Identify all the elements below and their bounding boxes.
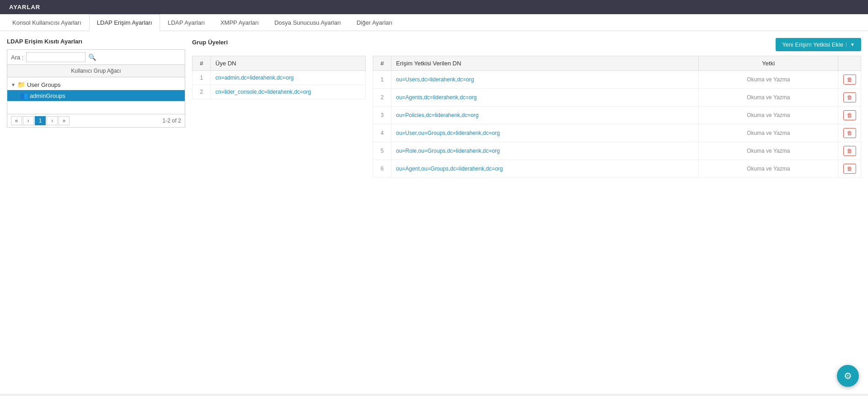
tab-diger[interactable]: Diğer Ayarları — [349, 14, 401, 31]
access-dn: ou=Policies,dc=liderahenk,dc=org — [391, 107, 699, 124]
access-num: 3 — [373, 107, 391, 124]
group-icon: 👥 — [20, 92, 28, 99]
member-num: 2 — [193, 85, 211, 99]
members-table-row: 2 cn=lider_console,dc=liderahenk,dc=org — [193, 85, 366, 99]
access-num: 4 — [373, 124, 391, 142]
access-permission: Okuma ve Yazma — [699, 124, 838, 142]
members-table: # Üye DN 1 cn=admin,dc=liderahenk,dc=org… — [192, 56, 366, 99]
fab-icon: ⚙ — [844, 370, 852, 381]
access-action-cell: 🗑 — [838, 160, 861, 178]
search-input[interactable] — [26, 52, 86, 62]
dropdown-arrow-icon: ▼ — [846, 42, 855, 47]
members-hash-header: # — [193, 56, 211, 71]
pagination-buttons: « ‹ 1 › » — [11, 116, 70, 125]
access-action-cell: 🗑 — [838, 71, 861, 89]
access-table-row: 4 ou=User,ou=Groups,dc=liderahenk,dc=org… — [373, 124, 861, 142]
access-num: 5 — [373, 142, 391, 160]
access-permission: Okuma ve Yazma — [699, 142, 838, 160]
access-dn: ou=Users,dc=liderahenk,dc=org — [391, 71, 699, 89]
tree-item-label: adminGroups — [30, 92, 65, 99]
main-content: Konsol Kullanıcısı Ayarları LDAP Erişim … — [0, 14, 868, 394]
tab-ldap-erisim[interactable]: LDAP Erişim Ayarları — [89, 14, 160, 31]
prev-page-button[interactable]: ‹ — [23, 116, 34, 125]
access-action-cell: 🗑 — [838, 124, 861, 142]
members-table-row: 1 cn=admin,dc=liderahenk,dc=org — [193, 71, 366, 85]
access-num: 1 — [373, 71, 391, 89]
access-permission: Okuma ve Yazma — [699, 160, 838, 178]
delete-access-button[interactable]: 🗑 — [843, 164, 856, 174]
search-label: Ara : — [11, 54, 23, 61]
tree-header: Kullanıcı Grup Ağacı — [7, 65, 185, 77]
members-dn-header: Üye DN — [211, 56, 366, 71]
members-table-container: # Üye DN 1 cn=admin,dc=liderahenk,dc=org… — [192, 56, 366, 178]
search-row: Ara : 🔍 — [7, 49, 185, 64]
access-permission-header: Yetki — [699, 56, 838, 71]
folder-icon: 📁 — [17, 81, 25, 88]
access-permission: Okuma ve Yazma — [699, 107, 838, 124]
right-panel-title: Grup Üyeleri — [192, 39, 228, 46]
access-permission: Okuma ve Yazma — [699, 71, 838, 89]
app-title: AYARLAR — [9, 4, 40, 11]
page-info: 1-2 of 2 — [162, 118, 181, 124]
access-hash-header: # — [373, 56, 391, 71]
member-dn: cn=admin,dc=liderahenk,dc=org — [211, 71, 366, 85]
tab-xmpp[interactable]: XMPP Ayarları — [213, 14, 267, 31]
tabs-bar: Konsol Kullanıcısı Ayarları LDAP Erişim … — [0, 14, 868, 31]
content-area: LDAP Erişim Kısıtı Ayarları Ara : 🔍 Kull… — [0, 31, 868, 185]
delete-access-button[interactable]: 🗑 — [843, 92, 856, 102]
access-action-header — [838, 56, 861, 71]
tables-row: # Üye DN 1 cn=admin,dc=liderahenk,dc=org… — [192, 56, 861, 178]
delete-access-button[interactable]: 🗑 — [843, 110, 856, 120]
next-page-button[interactable]: › — [47, 116, 58, 125]
fab-button[interactable]: ⚙ — [837, 365, 859, 387]
tree-item-label: User Groups — [27, 81, 61, 88]
access-action-cell: 🗑 — [838, 89, 861, 107]
last-page-button[interactable]: » — [59, 116, 70, 125]
access-num: 2 — [373, 89, 391, 107]
search-button[interactable]: 🔍 — [88, 54, 96, 61]
left-panel-title: LDAP Erişim Kısıtı Ayarları — [7, 38, 185, 45]
member-dn: cn=lider_console,dc=liderahenk,dc=org — [211, 85, 366, 99]
access-num: 6 — [373, 160, 391, 178]
access-dn: ou=Agent,ou=Groups,dc=liderahenk,dc=org — [391, 160, 699, 178]
access-dn: ou=Role,ou=Groups,dc=liderahenk,dc=org — [391, 142, 699, 160]
tree-item-user-groups[interactable]: ▼ 📁 User Groups — [7, 79, 185, 90]
add-button-label: Yeni Erişim Yetkisi Ekle — [782, 41, 843, 48]
right-panel: Grup Üyeleri Yeni Erişim Yetkisi Ekle ▼ … — [192, 38, 861, 178]
page-1-button[interactable]: 1 — [35, 116, 46, 125]
add-access-button[interactable]: Yeni Erişim Yetkisi Ekle ▼ — [776, 38, 861, 51]
first-page-button[interactable]: « — [11, 116, 22, 125]
access-dn: ou=Agents,dc=liderahenk,dc=org — [391, 89, 699, 107]
tree-toggle-icon: ▼ — [11, 82, 16, 87]
access-permission: Okuma ve Yazma — [699, 89, 838, 107]
access-action-cell: 🗑 — [838, 142, 861, 160]
tree-item-admin-groups[interactable]: 👥 adminGroups — [7, 90, 185, 101]
access-table-row: 3 ou=Policies,dc=liderahenk,dc=org Okuma… — [373, 107, 861, 124]
access-table-row: 6 ou=Agent,ou=Groups,dc=liderahenk,dc=or… — [373, 160, 861, 178]
access-table-row: 5 ou=Role,ou=Groups,dc=liderahenk,dc=org… — [373, 142, 861, 160]
access-table: # Erişim Yetkisi Verilen DN Yetki 1 ou=U… — [373, 56, 861, 178]
access-table-row: 1 ou=Users,dc=liderahenk,dc=org Okuma ve… — [373, 71, 861, 89]
left-panel: LDAP Erişim Kısıtı Ayarları Ara : 🔍 Kull… — [7, 38, 185, 178]
tab-dosya[interactable]: Dosya Sunucusu Ayarları — [267, 14, 349, 31]
top-bar: AYARLAR — [0, 0, 868, 14]
access-action-cell: 🗑 — [838, 107, 861, 124]
delete-access-button[interactable]: 🗑 — [843, 146, 856, 156]
tab-ldap[interactable]: LDAP Ayarları — [160, 14, 213, 31]
tree-body: ▼ 📁 User Groups 👥 adminGroups — [7, 77, 185, 114]
pagination-row: « ‹ 1 › » 1-2 of 2 — [7, 114, 185, 128]
tab-konsol[interactable]: Konsol Kullanıcısı Ayarları — [5, 14, 89, 31]
delete-access-button[interactable]: 🗑 — [843, 128, 856, 138]
access-table-row: 2 ou=Agents,dc=liderahenk,dc=org Okuma v… — [373, 89, 861, 107]
access-dn-header: Erişim Yetkisi Verilen DN — [391, 56, 699, 71]
tree-container: Kullanıcı Grup Ağacı ▼ 📁 User Groups 👥 a… — [7, 64, 185, 114]
access-table-container: # Erişim Yetkisi Verilen DN Yetki 1 ou=U… — [373, 56, 861, 178]
member-num: 1 — [193, 71, 211, 85]
access-dn: ou=User,ou=Groups,dc=liderahenk,dc=org — [391, 124, 699, 142]
right-header: Grup Üyeleri Yeni Erişim Yetkisi Ekle ▼ — [192, 38, 861, 51]
delete-access-button[interactable]: 🗑 — [843, 75, 856, 85]
